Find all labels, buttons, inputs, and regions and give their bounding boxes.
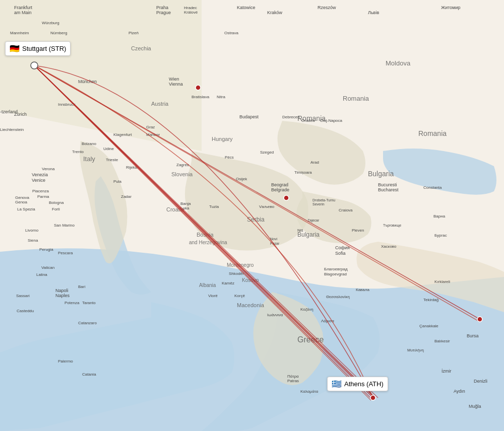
svg-text:Frankfurt: Frankfurt	[14, 5, 33, 10]
svg-text:Livorno: Livorno	[25, 228, 39, 233]
svg-text:Naples: Naples	[55, 293, 70, 298]
svg-text:Palermo: Palermo	[58, 359, 73, 364]
map-container: Czechia Austria Hungary Slovenia Croatia…	[0, 0, 504, 431]
svg-text:Austria: Austria	[151, 101, 169, 107]
svg-text:İzmir: İzmir	[442, 369, 452, 374]
svg-text:Romania: Romania	[343, 95, 369, 102]
svg-text:Благоевград: Благоевград	[324, 267, 348, 271]
svg-text:Slovenia: Slovenia	[171, 171, 193, 177]
svg-text:Genova: Genova	[15, 195, 30, 200]
svg-text:Pescara: Pescara	[58, 251, 73, 255]
svg-text:Macedonia: Macedonia	[237, 302, 265, 308]
svg-text:Drobeta-Turnu: Drobeta-Turnu	[312, 198, 335, 202]
svg-text:Bolzano: Bolzano	[82, 141, 96, 146]
svg-text:Niš: Niš	[297, 228, 303, 233]
svg-text:Πάτρα: Πάτρα	[287, 374, 299, 379]
svg-text:Търговище: Търговище	[383, 224, 401, 228]
svg-text:Katowice: Katowice	[237, 5, 256, 10]
svg-text:Hradec: Hradec	[184, 6, 197, 10]
svg-text:Albania: Albania	[199, 282, 216, 288]
svg-text:Kırklareli: Kırklareli	[434, 279, 450, 284]
svg-text:Genoa: Genoa	[15, 200, 28, 204]
svg-point-150	[477, 317, 482, 322]
svg-text:Romania: Romania	[418, 129, 447, 137]
svg-text:Würzburg: Würzburg	[42, 21, 59, 25]
svg-text:Μυτιλήνη: Μυτιλήνη	[407, 348, 424, 352]
svg-text:Bulgaria: Bulgaria	[368, 170, 394, 178]
svg-text:Potenza: Potenza	[65, 301, 80, 305]
svg-text:Kraków: Kraków	[267, 10, 283, 15]
svg-point-148	[196, 85, 201, 90]
svg-text:Taranto: Taranto	[82, 301, 96, 305]
svg-text:Bucharest: Bucharest	[378, 187, 399, 192]
svg-text:Piacenza: Piacenza	[32, 189, 49, 193]
svg-text:Vienna: Vienna	[169, 82, 183, 87]
map-svg: Czechia Austria Hungary Slovenia Croatia…	[0, 0, 504, 431]
svg-text:Bratislava: Bratislava	[192, 95, 210, 99]
svg-text:Belgrade: Belgrade	[271, 187, 289, 192]
svg-text:Banja: Banja	[180, 201, 191, 206]
svg-text:Ιωάννινα: Ιωάννινα	[267, 313, 283, 317]
svg-point-149	[284, 195, 289, 200]
svg-text:Хасково: Хасково	[381, 244, 397, 249]
svg-text:Severin: Severin	[312, 202, 325, 206]
svg-text:am Main: am Main	[14, 10, 32, 15]
svg-text:Catania: Catania	[82, 372, 96, 377]
svg-text:Latina: Latina	[36, 272, 47, 277]
svg-text:Çanakkale: Çanakkale	[419, 324, 438, 328]
svg-text:Vlorë: Vlorë	[208, 294, 218, 298]
svg-text:Бургас: Бургас	[434, 233, 447, 238]
svg-text:Debrecen: Debrecen	[282, 115, 300, 119]
svg-text:Perugia: Perugia	[39, 247, 53, 252]
svg-text:Trieste: Trieste	[106, 158, 118, 162]
svg-text:Sassari: Sassari	[16, 294, 30, 298]
svg-text:Oradea: Oradea	[301, 118, 315, 123]
svg-text:Moldova: Moldova	[386, 59, 411, 67]
svg-text:Denizli: Denizli	[474, 379, 487, 384]
svg-text:Osijek: Osijek	[236, 177, 247, 181]
svg-text:Czechia: Czechia	[131, 45, 152, 51]
svg-text:Králové: Králové	[184, 10, 198, 15]
svg-text:Ostrava: Ostrava	[224, 31, 239, 35]
svg-text:Beograd: Beograd	[271, 182, 288, 187]
svg-text:Constanta: Constanta	[423, 185, 442, 190]
svg-text:Balıkesir: Balıkesir	[434, 339, 450, 343]
svg-text:Trento: Trento	[72, 150, 84, 154]
svg-text:Casteddu: Casteddu	[17, 309, 34, 313]
svg-text:Zagreb: Zagreb	[176, 163, 190, 167]
svg-text:Vatican: Vatican	[41, 265, 54, 270]
svg-text:Udine: Udine	[103, 147, 114, 151]
svg-text:Arad: Arad	[310, 160, 319, 165]
svg-text:Pula: Pula	[113, 179, 122, 184]
svg-text:Κοζάνη: Κοζάνη	[300, 307, 313, 312]
svg-text:Mannheim: Mannheim	[10, 31, 29, 35]
svg-text:Parma: Parma	[37, 194, 49, 199]
svg-text:Варна: Варна	[433, 214, 446, 219]
svg-text:Nürnberg: Nürnberg	[50, 31, 67, 35]
svg-text:Craiova: Craiova	[339, 208, 353, 212]
svg-text:Napoli: Napoli	[55, 288, 69, 293]
svg-text:Vаљево: Vаљево	[259, 204, 275, 209]
svg-text:Nitra: Nitra	[217, 95, 225, 99]
svg-text:San Marino: San Marino	[54, 223, 75, 228]
svg-text:Pleven: Pleven	[352, 228, 364, 233]
svg-text:Muğla: Muğla	[469, 404, 481, 409]
svg-text:Italy: Italy	[83, 155, 95, 163]
svg-text:Venice: Venice	[32, 178, 45, 183]
svg-text:Prague: Prague	[156, 10, 171, 15]
svg-text:Szeged: Szeged	[260, 150, 274, 155]
svg-text:Patras: Patras	[287, 379, 299, 383]
svg-text:Blagoevgrad: Blagoevgrad	[324, 272, 347, 276]
svg-text:and Herzegovina: and Herzegovina	[189, 240, 227, 245]
svg-text:Praha: Praha	[156, 5, 168, 10]
svg-text:Graz: Graz	[146, 125, 155, 129]
svg-point-152	[31, 62, 38, 69]
svg-text:Korçë: Korçë	[234, 294, 245, 298]
svg-text:Tuzla: Tuzla	[209, 204, 219, 209]
svg-text:Cluj-Napoca: Cluj-Napoca	[320, 118, 343, 123]
svg-text:Catanzaro: Catanzaro	[78, 321, 97, 325]
svg-text:Θεσσαλονίκη: Θεσσαλονίκη	[326, 295, 350, 299]
svg-text:Zadar: Zadar	[121, 194, 132, 199]
svg-text:Wien: Wien	[169, 77, 179, 82]
svg-text:Кавала: Кавала	[356, 288, 369, 292]
